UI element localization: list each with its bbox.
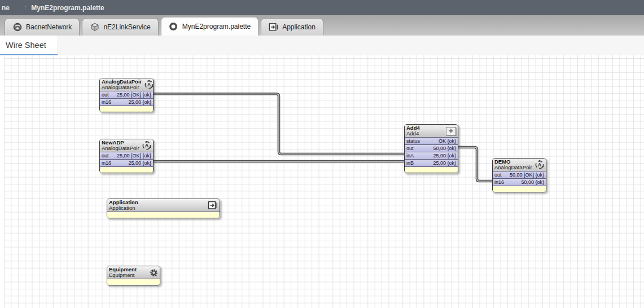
block-footer [107,279,160,285]
title-bar: ne : MynE2program.palette [0,0,644,15]
block-header[interactable]: AnalogDataPoirAnalogDataPoirA [100,78,153,91]
tab-label: nE2LinkService [103,23,150,31]
tab-label: BacnetNetwork [26,23,72,31]
function-block-application[interactable]: ApplicationApplication [107,199,220,218]
tab-application[interactable]: Application [261,18,323,36]
block-type: AnalogDataPoir [102,85,142,90]
slot-label: in16 [102,99,111,105]
slot-value: 25,00 [OK] {ok} [117,92,151,98]
title-left-fragment: ne [2,4,10,12]
function-block-add4[interactable]: Add4Add4statusOK {ok}out50,00 {ok}inA25,… [404,124,458,173]
slot-row-status[interactable]: statusOK {ok} [405,138,458,145]
app-window-icon [269,23,278,32]
slot-value: 25,00 {ok} [433,153,456,159]
slot-value: 25,00 {ok} [128,160,151,166]
slot-label: out [494,172,502,178]
block-titles: AnalogDataPoirAnalogDataPoir [102,79,142,90]
tab-ne2-link-service[interactable]: nE2LinkService [82,18,158,36]
function-block-new-adp[interactable]: NewADPAnalogDataPoirAout25,00 [OK] {ok}i… [99,139,154,173]
slot-value: 50,00 {ok} [521,179,544,185]
block-footer [100,167,153,173]
tab-bacnet-network[interactable]: BacnetNetwork [5,18,80,36]
block-header[interactable]: EquipmentEquipment [107,266,160,279]
slot-label: inB [406,160,414,166]
slot-label: out [406,146,414,151]
device-icon [12,23,22,32]
title-separator: : [24,4,26,12]
function-block-analog-data-point[interactable]: AnalogDataPoirAnalogDataPoirAout25,00 [O… [99,78,154,112]
plus-box-icon [446,127,456,135]
slot-value: OK {ok} [439,138,456,144]
window-title: MynE2program.palette [31,4,104,12]
cube-icon [90,23,99,32]
block-type: Add4 [406,131,420,137]
block-titles: DEMOAnalogDataPoir [494,159,532,170]
slot-value: 25,00 [OK] {ok} [117,153,151,159]
block-type: AnalogDataPoir [494,165,532,170]
slot-row-in16[interactable]: in1625,00 {ok} [100,160,153,167]
block-titles: ApplicationApplication [109,200,138,211]
block-footer [100,106,153,112]
slot-label: out [102,153,109,159]
app-window-icon [208,201,218,210]
slot-label: in16 [494,179,504,185]
analog-point-icon: A [144,80,154,90]
slot-row-in16[interactable]: in1650,00 {ok} [493,179,546,186]
wire-sheet-canvas[interactable]: AnalogDataPoirAnalogDataPoirAout25,00 [O… [0,55,644,308]
slot-row-out[interactable]: out50,00 {ok} [405,145,458,152]
tab-myne2program-palette[interactable]: MynE2program.palette [161,17,259,36]
tab-label: MynE2program.palette [182,23,251,30]
block-titles: Add4Add4 [406,125,420,137]
slot-row-inA[interactable]: inA25,00 {ok} [405,152,458,160]
block-type: Application [109,205,138,211]
slot-value: 50,00 {ok} [433,146,456,151]
block-titles: NewADPAnalogDataPoir [102,140,139,151]
slot-row-out[interactable]: out25,00 [OK] {ok} [100,91,153,99]
analog-point-icon: A [535,160,545,170]
document-tab-bar: BacnetNetworknE2LinkServiceMynE2program.… [0,15,644,36]
svg-text:A: A [147,82,151,87]
block-titles: EquipmentEquipment [109,267,137,278]
wire-link-0 [154,94,404,155]
function-block-demo[interactable]: DEMOAnalogDataPoirAout50,00 [OK] {ok}in1… [492,158,546,192]
block-type: Equipment [109,272,137,278]
workbench-window: ne : MynE2program.palette BacnetNetworkn… [0,0,644,308]
slot-value: 50,00 [OK] {ok} [510,172,544,178]
block-header[interactable]: Add4Add4 [405,125,458,138]
view-tab-bar: Wire Sheet [0,36,644,55]
block-footer [405,167,458,173]
wire-layer [0,55,644,308]
block-header[interactable]: NewADPAnalogDataPoirA [100,139,153,152]
block-footer [493,186,546,192]
block-header[interactable]: DEMOAnalogDataPoirA [493,159,546,171]
slot-label: in16 [102,160,111,166]
slot-value: 25,00 {ok} [128,99,151,105]
view-tab-label: Wire Sheet [6,41,46,50]
svg-text:A: A [144,143,148,148]
slot-row-inB[interactable]: inB25,00 {ok} [405,160,458,167]
slot-label: out [102,92,109,98]
analog-point-icon: A [142,140,152,151]
tab-wire-sheet[interactable]: Wire Sheet [0,36,58,55]
gear-icon [150,269,158,277]
block-type: AnalogDataPoir [102,146,139,151]
slot-row-out[interactable]: out25,00 [OK] {ok} [100,152,153,160]
ring-icon [169,22,178,31]
svg-text:A: A [537,162,541,168]
slot-label: status [406,138,420,144]
block-footer [107,212,220,218]
block-header[interactable]: ApplicationApplication [107,199,220,212]
wire-link-2[interactable] [458,147,492,181]
slot-row-in16[interactable]: in1625,00 {ok} [100,99,153,106]
slot-value: 25,00 {ok} [433,160,456,166]
slot-row-out[interactable]: out50,00 [OK] {ok} [493,171,546,179]
wire-link-2 [458,147,492,181]
function-block-equipment[interactable]: EquipmentEquipment [107,266,160,285]
tab-label: Application [282,23,316,31]
slot-label: inA [406,153,414,159]
